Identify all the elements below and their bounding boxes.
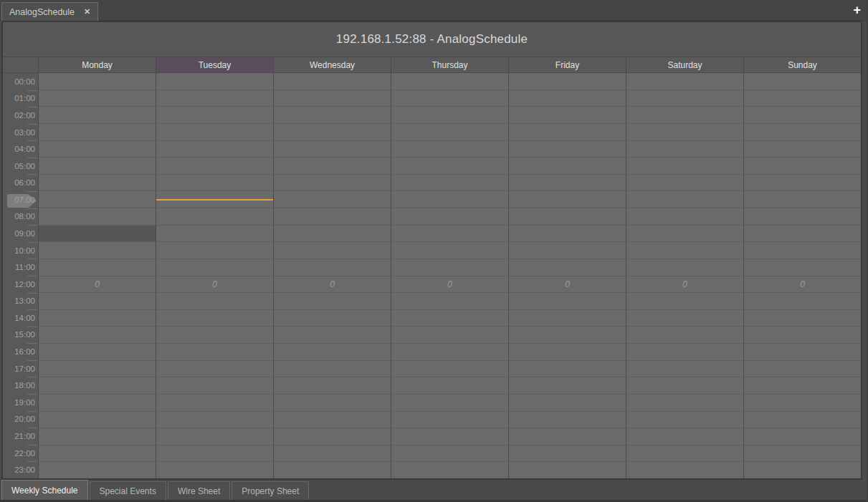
time-slot-cell[interactable] bbox=[509, 73, 626, 90]
time-slot-cell[interactable] bbox=[156, 124, 273, 141]
time-slot-cell[interactable] bbox=[39, 175, 156, 192]
time-slot-cell[interactable] bbox=[39, 462, 156, 478]
time-slot-cell[interactable] bbox=[274, 361, 391, 378]
time-slot-cell[interactable] bbox=[744, 191, 861, 208]
time-slot-cell[interactable] bbox=[39, 107, 156, 124]
time-slot-cell[interactable] bbox=[391, 361, 508, 378]
time-slot-cell[interactable] bbox=[509, 259, 626, 276]
time-slot-cell[interactable] bbox=[744, 175, 861, 192]
time-slot-cell[interactable] bbox=[626, 107, 743, 124]
time-slot-cell[interactable] bbox=[626, 445, 743, 463]
time-slot-cell[interactable] bbox=[39, 158, 156, 175]
time-slot-cell[interactable] bbox=[156, 462, 273, 478]
time-slot-cell[interactable] bbox=[391, 412, 508, 429]
time-slot-cell[interactable] bbox=[509, 395, 626, 412]
time-slot-cell[interactable] bbox=[509, 327, 626, 344]
time-slot-cell[interactable] bbox=[626, 293, 743, 310]
time-slot-cell[interactable] bbox=[156, 141, 273, 158]
time-slot-cell[interactable] bbox=[509, 242, 626, 259]
time-slot-cell[interactable] bbox=[509, 226, 626, 243]
time-slot-cell[interactable]: 0 bbox=[274, 276, 391, 294]
time-slot-cell[interactable] bbox=[391, 327, 508, 344]
time-slot-cell[interactable] bbox=[626, 327, 743, 344]
day-header-thursday[interactable]: Thursday bbox=[391, 57, 508, 72]
day-header-monday[interactable]: Monday bbox=[38, 57, 156, 72]
time-slot-cell[interactable] bbox=[274, 158, 391, 175]
time-slot-cell[interactable] bbox=[509, 293, 626, 310]
time-slot-cell[interactable]: 0 bbox=[39, 276, 156, 294]
time-slot-cell[interactable] bbox=[39, 141, 156, 158]
time-slot-cell[interactable] bbox=[156, 107, 273, 124]
time-slot-cell[interactable] bbox=[391, 259, 508, 276]
time-slot-cell[interactable] bbox=[744, 259, 861, 276]
time-slot-cell[interactable] bbox=[744, 107, 861, 124]
time-slot-cell[interactable] bbox=[274, 344, 391, 361]
time-slot-cell[interactable] bbox=[391, 344, 508, 361]
schedule-event-line[interactable] bbox=[156, 199, 273, 201]
time-slot-cell[interactable] bbox=[744, 445, 861, 463]
day-header-tuesday[interactable]: Tuesday bbox=[156, 57, 273, 72]
time-slot-cell[interactable] bbox=[156, 293, 273, 310]
time-slot-cell[interactable] bbox=[391, 175, 508, 192]
time-slot-cell[interactable] bbox=[39, 310, 156, 327]
time-slot-cell[interactable] bbox=[391, 377, 508, 395]
time-slot-cell[interactable] bbox=[156, 90, 273, 107]
time-slot-cell[interactable] bbox=[744, 124, 861, 141]
time-slot-cell[interactable] bbox=[156, 310, 273, 327]
time-slot-cell[interactable] bbox=[626, 395, 743, 412]
time-slot-cell[interactable] bbox=[39, 327, 156, 344]
view-tab-wire-sheet[interactable]: Wire Sheet bbox=[168, 481, 230, 500]
time-slot-cell[interactable]: 0 bbox=[391, 276, 508, 294]
time-slot-cell[interactable] bbox=[391, 107, 508, 124]
time-slot-cell[interactable] bbox=[744, 73, 861, 90]
time-slot-cell[interactable] bbox=[626, 310, 743, 327]
time-slot-cell[interactable]: 0 bbox=[626, 276, 743, 294]
time-slot-cell[interactable] bbox=[274, 242, 391, 259]
time-slot-cell[interactable] bbox=[39, 428, 156, 445]
time-slot-cell[interactable] bbox=[626, 412, 743, 429]
time-slot-cell[interactable] bbox=[274, 395, 391, 412]
time-slot-cell[interactable] bbox=[391, 124, 508, 141]
time-slot-cell[interactable] bbox=[744, 242, 861, 259]
time-slot-cell[interactable] bbox=[509, 90, 626, 107]
time-slot-cell[interactable] bbox=[744, 344, 861, 361]
time-slot-cell[interactable] bbox=[156, 242, 273, 259]
time-slot-cell[interactable] bbox=[626, 259, 743, 276]
time-slot-cell[interactable] bbox=[509, 158, 626, 175]
time-slot-cell[interactable] bbox=[156, 327, 273, 344]
time-slot-cell[interactable] bbox=[156, 158, 273, 175]
time-slot-cell[interactable] bbox=[39, 191, 156, 208]
time-slot-cell[interactable] bbox=[39, 226, 156, 243]
view-tab-weekly-schedule[interactable]: Weekly Schedule bbox=[1, 480, 88, 500]
document-tab-analogschedule[interactable]: AnalogSchedule ✕ bbox=[1, 2, 98, 21]
time-slot-cell[interactable] bbox=[391, 310, 508, 327]
time-slot-cell[interactable] bbox=[391, 226, 508, 243]
time-slot-cell[interactable] bbox=[391, 462, 508, 478]
view-tab-property-sheet[interactable]: Property Sheet bbox=[232, 481, 309, 500]
time-slot-cell[interactable] bbox=[509, 428, 626, 445]
time-slot-cell[interactable] bbox=[509, 208, 626, 226]
time-slot-cell[interactable] bbox=[391, 445, 508, 463]
time-slot-cell[interactable] bbox=[391, 191, 508, 208]
time-slot-cell[interactable] bbox=[744, 412, 861, 429]
time-slot-cell[interactable] bbox=[39, 361, 156, 378]
time-slot-cell[interactable] bbox=[274, 124, 391, 141]
time-slot-cell[interactable] bbox=[509, 445, 626, 463]
time-slot-cell[interactable] bbox=[626, 377, 743, 395]
time-slot-cell[interactable] bbox=[744, 428, 861, 445]
time-slot-cell[interactable] bbox=[274, 293, 391, 310]
time-slot-cell[interactable] bbox=[744, 327, 861, 344]
time-slot-cell[interactable] bbox=[744, 293, 861, 310]
time-slot-cell[interactable] bbox=[274, 462, 391, 478]
time-slot-cell[interactable] bbox=[156, 259, 273, 276]
time-slot-cell[interactable] bbox=[156, 377, 273, 395]
view-tab-special-events[interactable]: Special Events bbox=[90, 481, 166, 500]
time-slot-cell[interactable] bbox=[156, 361, 273, 378]
time-slot-cell[interactable] bbox=[274, 208, 391, 226]
time-slot-cell[interactable] bbox=[509, 124, 626, 141]
time-slot-cell[interactable] bbox=[509, 191, 626, 208]
time-slot-cell[interactable] bbox=[391, 293, 508, 310]
day-header-saturday[interactable]: Saturday bbox=[626, 57, 743, 72]
time-slot-cell[interactable] bbox=[744, 90, 861, 107]
time-slot-cell[interactable] bbox=[626, 191, 743, 208]
